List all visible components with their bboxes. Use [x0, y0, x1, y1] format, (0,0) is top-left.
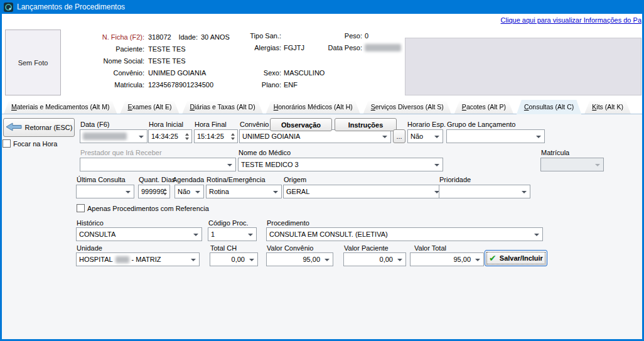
alergias-label: Alergias: [226, 44, 281, 51]
retornar-label: Retornar (ESC) [25, 124, 73, 131]
dropdown-arrow-icon[interactable] [227, 164, 232, 166]
dropdown-arrow-icon[interactable] [191, 259, 196, 261]
agendada-field[interactable]: Não [174, 185, 204, 198]
observacao-button[interactable]: Observação [270, 118, 332, 131]
valor-paciente-field[interactable]: 0,00 [343, 252, 406, 266]
rotina-value: Rotina [209, 188, 229, 195]
dropdown-arrow-icon[interactable] [248, 234, 253, 236]
tab-accesskey: C [524, 103, 529, 111]
browse-label: ... [396, 133, 402, 140]
valor-total-field[interactable]: 95,00 [410, 252, 484, 266]
total-ch-field[interactable]: 0,00 [210, 252, 258, 266]
grupo-field[interactable] [446, 129, 545, 143]
prioridade-label: Prioridade [439, 176, 471, 183]
tab-honorarios-medicos-alt-h[interactable]: Honorários Médicos (Alt H) [266, 101, 360, 114]
prestador-field[interactable] [80, 158, 236, 171]
dropdown-arrow-icon[interactable] [434, 164, 439, 166]
paciente-value: TESTE TES [148, 45, 186, 53]
spinner-icon[interactable] [231, 133, 235, 140]
origem-field[interactable]: GERAL [283, 185, 443, 198]
instrucoes-button[interactable]: Instruções [335, 118, 397, 131]
grupo-label: Grupo de Lançamento [447, 121, 515, 128]
convenio-label: Convênio [240, 121, 269, 128]
spinner-icon[interactable] [185, 133, 189, 140]
horario-esp-field[interactable]: Não [407, 129, 443, 143]
matricula-header-value: 12345678901234500 [148, 81, 213, 89]
prestador-label: Prestador que Irá Receber [80, 149, 162, 156]
focar-checkbox-label: Focar na Hora [13, 140, 57, 148]
plano-label: Plano: [226, 81, 281, 89]
photo-placeholder: Sem Foto [5, 30, 61, 95]
matricula-label: Matrícula [541, 149, 569, 156]
tipo-san-label: Tipo San.: [226, 32, 281, 40]
back-arrow-icon [6, 122, 22, 133]
dropdown-arrow-icon[interactable] [325, 259, 330, 261]
valor-paciente-label: Valor Paciente [344, 244, 389, 252]
rotina-label: Rotina/Emergência [207, 176, 266, 183]
tab-consultas-alt-c[interactable]: Consultas (Alt C) [517, 100, 581, 114]
prioridade-field[interactable] [439, 185, 530, 198]
redacted-date [365, 44, 401, 51]
codigo-proc-field[interactable]: 1 [208, 227, 257, 241]
dropdown-arrow-icon[interactable] [475, 259, 480, 261]
rotina-field[interactable]: Rotina [206, 185, 282, 198]
medico-field[interactable]: TESTE MEDICO 3 [238, 158, 443, 171]
nome-social-label: Nome Social: [63, 57, 144, 65]
data-peso-label: Data Peso: [314, 44, 362, 51]
tab-pacotes-alt-p[interactable]: Pacotes (Alt P) [454, 101, 513, 114]
check-icon: ✔ [489, 254, 496, 263]
valor-convenio-field[interactable]: 95,00 [266, 252, 333, 266]
apenas-referencia-checkbox[interactable] [77, 204, 85, 212]
tab-accesskey: K [592, 103, 596, 111]
tab-materiais-e-medicamentos-alt-m[interactable]: Materiais e Medicamentos (Alt M) [4, 101, 117, 114]
tab-servicos-diversos-alt-s[interactable]: Serviços Diversos (Alt S) [363, 101, 451, 114]
paciente-label: Paciente: [63, 45, 144, 53]
alergias-value: FGJTJ [284, 44, 304, 51]
quant-dias-field[interactable]: 999999 [138, 185, 170, 198]
medico-label: Nome do Médico [239, 149, 291, 156]
spinner-icon[interactable] [163, 188, 167, 195]
retornar-button[interactable]: Retornar (ESC) [3, 118, 75, 137]
convenio-field[interactable]: UNIMED GOIANIA [239, 129, 391, 143]
redacted-text [115, 256, 129, 263]
dropdown-arrow-icon[interactable] [382, 136, 387, 138]
dropdown-arrow-icon[interactable] [536, 136, 541, 138]
hora-final-field[interactable]: 15:14:25 [194, 129, 238, 143]
valor-convenio-label: Valor Convênio [267, 244, 313, 252]
redacted-date [83, 133, 127, 140]
dropdown-arrow-icon[interactable] [397, 259, 402, 261]
data-field[interactable] [80, 129, 148, 143]
historico-field[interactable]: CONSULTA [76, 227, 202, 241]
dropdown-arrow-icon[interactable] [534, 234, 539, 236]
dropdown-arrow-icon[interactable] [193, 234, 198, 236]
dropdown-arrow-icon[interactable] [273, 191, 278, 193]
hora-inicial-field[interactable]: 14:34:25 [148, 129, 192, 143]
dropdown-arrow-icon[interactable] [434, 136, 439, 138]
focar-checkbox[interactable] [3, 139, 11, 148]
tab-kits-alt-k[interactable]: Kits (Alt K) [584, 101, 631, 114]
total-ch-value: 0,00 [232, 256, 245, 263]
browse-button[interactable]: ... [393, 129, 405, 143]
hora-final-value: 15:14:25 [197, 133, 224, 140]
unidade-field[interactable]: HOSPITAL - MATRIZ [76, 252, 200, 266]
window-title: Lançamentos de Procedimentos [17, 3, 125, 11]
procedimento-field[interactable]: CONSULTA EM CONSULT. (ELETIVA) [266, 227, 543, 241]
hora-final-label: Hora Final [195, 121, 227, 128]
tab-exames-alt-e[interactable]: Exames (Alt E) [120, 101, 179, 114]
dropdown-arrow-icon[interactable] [249, 259, 254, 261]
salvar-incluir-label: Salvar/Incluir [500, 254, 543, 262]
dropdown-arrow-icon[interactable] [139, 136, 144, 138]
convenio-header-value: UNIMED GOIANIA [148, 69, 206, 77]
dropdown-arrow-icon[interactable] [195, 191, 200, 193]
origem-value: GERAL [286, 188, 309, 195]
dropdown-arrow-icon[interactable] [522, 191, 527, 193]
salvar-incluir-button[interactable]: ✔ Salvar/Incluir [485, 250, 547, 266]
ultima-consulta-field[interactable] [76, 185, 134, 198]
dropdown-arrow-icon [595, 164, 600, 166]
patient-info-link[interactable]: Clique aqui para visualizar Informações … [501, 16, 641, 24]
codigo-proc-value: 1 [211, 230, 215, 238]
tab-strip: Materiais e Medicamentos (Alt M)Exames (… [4, 100, 631, 114]
tab-diarias-e-taxas-alt-d[interactable]: Diárias e Taxas (Alt D) [182, 101, 262, 114]
dropdown-arrow-icon[interactable] [126, 191, 131, 193]
plano-value: ENF [284, 81, 298, 89]
